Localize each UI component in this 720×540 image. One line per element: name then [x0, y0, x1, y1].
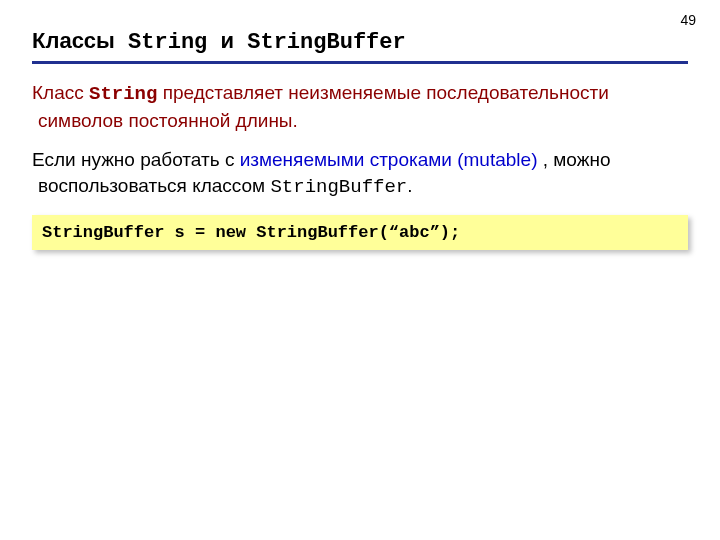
p2-code: StringBuffer: [270, 176, 407, 198]
title-prefix: Классы: [32, 28, 115, 53]
slide-title: Классы String и StringBuffer: [32, 28, 688, 64]
code-block: StringBuffer s = new StringBuffer(“abc”)…: [32, 215, 688, 250]
page-number: 49: [680, 12, 696, 28]
paragraph-2: Если нужно работать с изменяемыми строка…: [32, 147, 688, 200]
p2-blue: изменяемыми строками (mutable): [240, 149, 538, 170]
title-code-stringbuffer: StringBuffer: [234, 30, 406, 55]
p2-t3: .: [407, 175, 412, 196]
title-mid: и: [221, 28, 235, 53]
paragraph-1: Класс String представляет неизменяемые п…: [32, 80, 688, 133]
p1-code: String: [89, 83, 157, 105]
title-code-string: String: [115, 30, 221, 55]
p2-t1: Если нужно работать с: [32, 149, 240, 170]
p1-t1: Класс: [32, 82, 89, 103]
